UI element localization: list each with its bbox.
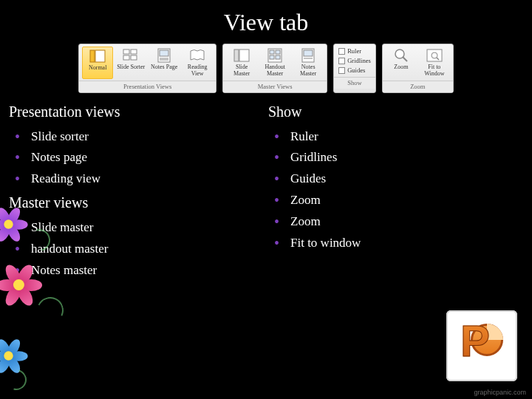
svg-rect-2	[123, 50, 129, 54]
list-item: Zoom	[274, 190, 523, 211]
ribbon-check-gridlines[interactable]: Gridlines	[338, 57, 371, 64]
ribbon-btn-label: Notes Page	[151, 64, 177, 71]
list-item: Guides	[274, 168, 523, 190]
ribbon-btn-handout-master[interactable]: Handout Master	[259, 47, 290, 79]
svg-rect-1	[95, 50, 105, 62]
checkbox-icon	[338, 58, 345, 64]
checkbox-icon	[338, 67, 345, 74]
ribbon-btn-slide-master[interactable]: Slide Master	[226, 47, 257, 79]
ribbon-btn-notes-master[interactable]: Notes Master	[293, 47, 324, 79]
svg-rect-18	[304, 50, 313, 56]
powerpoint-logo-icon: P	[446, 310, 517, 381]
svg-rect-10	[234, 50, 239, 61]
ribbon-btn-label: Reading View	[183, 64, 212, 78]
slide-sorter-icon	[121, 48, 140, 63]
ribbon-btn-label: Normal	[89, 65, 106, 72]
svg-rect-13	[270, 50, 274, 54]
svg-rect-0	[90, 50, 95, 62]
ribbon-strip: Normal Slide Sorter Notes Page Reading V…	[10, 44, 522, 93]
ribbon-group-label: Zoom	[383, 81, 453, 92]
svg-rect-11	[239, 50, 249, 61]
ribbon-group-label: Master Views	[223, 81, 327, 92]
ribbon-btn-reading-view[interactable]: Reading View	[182, 47, 213, 79]
fit-window-icon	[425, 48, 444, 63]
ribbon-group-master-views: Slide Master Handout Master Notes Master…	[222, 44, 327, 93]
slide-master-icon	[232, 48, 251, 63]
ribbon-btn-label: Slide Master	[227, 64, 256, 78]
ribbon-btn-slide-sorter[interactable]: Slide Sorter	[115, 47, 146, 79]
list-item: Slide master	[15, 217, 264, 239]
svg-rect-3	[131, 50, 137, 54]
list-item: Slide sorter	[15, 126, 264, 148]
reading-view-icon	[188, 48, 207, 63]
normal-view-icon	[88, 49, 107, 64]
svg-rect-14	[276, 50, 280, 54]
ribbon-btn-label: Handout Master	[260, 64, 290, 78]
ribbon-btn-label: Notes Master	[293, 64, 323, 78]
vine-decoration-icon	[2, 366, 30, 394]
list-item: handout master	[15, 239, 264, 260]
svg-rect-7	[160, 50, 168, 56]
notes-page-icon	[154, 48, 174, 63]
svg-rect-5	[131, 55, 137, 60]
left-column: Presentation views Slide sorter Notes pa…	[9, 103, 264, 282]
list-item: Notes master	[15, 260, 264, 282]
list-item: Fit to window	[274, 233, 523, 254]
section-heading: Show	[268, 103, 523, 120]
svg-rect-15	[270, 55, 274, 59]
list-item: Notes page	[15, 147, 264, 168]
watermark-text: graphicpanic.com	[474, 389, 526, 396]
zoom-icon	[392, 48, 411, 63]
ribbon-group-presentation-views: Normal Slide Sorter Notes Page Reading V…	[78, 44, 216, 93]
section-heading: Presentation views	[9, 103, 264, 120]
slide-title: View tab	[0, 0, 532, 44]
list-item: Zoom	[274, 211, 523, 233]
list-item: Gridlines	[274, 147, 523, 168]
ribbon-check-guides[interactable]: Guides	[338, 66, 371, 74]
ribbon-btn-normal[interactable]: Normal	[82, 47, 113, 79]
notes-master-icon	[299, 48, 318, 63]
svg-rect-22	[427, 50, 442, 61]
ribbon-group-label: Show	[334, 77, 375, 89]
ribbon-check-label: Ruler	[347, 47, 361, 55]
ribbon-check-label: Guides	[347, 66, 365, 74]
ribbon-btn-label: Slide Sorter	[117, 64, 145, 71]
ribbon-btn-fit-window[interactable]: Fit to Window	[419, 47, 450, 79]
list-item: Ruler	[274, 126, 523, 148]
vine-decoration-icon	[33, 293, 67, 327]
list-item: Reading view	[15, 168, 264, 190]
checkbox-icon	[338, 48, 345, 55]
ribbon-check-ruler[interactable]: Ruler	[338, 47, 371, 55]
ribbon-btn-notes-page[interactable]: Notes Page	[149, 47, 180, 79]
ribbon-group-show: Ruler Gridlines Guides Show	[333, 44, 376, 93]
ribbon-btn-label: Fit to Window	[420, 64, 449, 78]
handout-master-icon	[265, 48, 284, 63]
ribbon-group-zoom: Zoom Fit to Window Zoom	[382, 44, 454, 93]
svg-rect-16	[276, 55, 280, 59]
ribbon-btn-label: Zoom	[394, 64, 408, 71]
slide-body: Presentation views Slide sorter Notes pa…	[0, 103, 532, 282]
right-column: Show Ruler Gridlines Guides Zoom Zoom Fi…	[264, 103, 523, 282]
ribbon-check-label: Gridlines	[347, 57, 371, 64]
svg-rect-4	[123, 55, 129, 60]
svg-line-21	[403, 57, 407, 61]
bullet-list: Ruler Gridlines Guides Zoom Zoom Fit to …	[268, 126, 523, 254]
section-heading: Master views	[9, 194, 264, 211]
ribbon-btn-zoom[interactable]: Zoom	[386, 47, 417, 79]
ribbon-group-label: Presentation Views	[79, 81, 216, 92]
bullet-list: Slide master handout master Notes master	[9, 217, 264, 282]
bullet-list: Slide sorter Notes page Reading view	[9, 126, 264, 191]
